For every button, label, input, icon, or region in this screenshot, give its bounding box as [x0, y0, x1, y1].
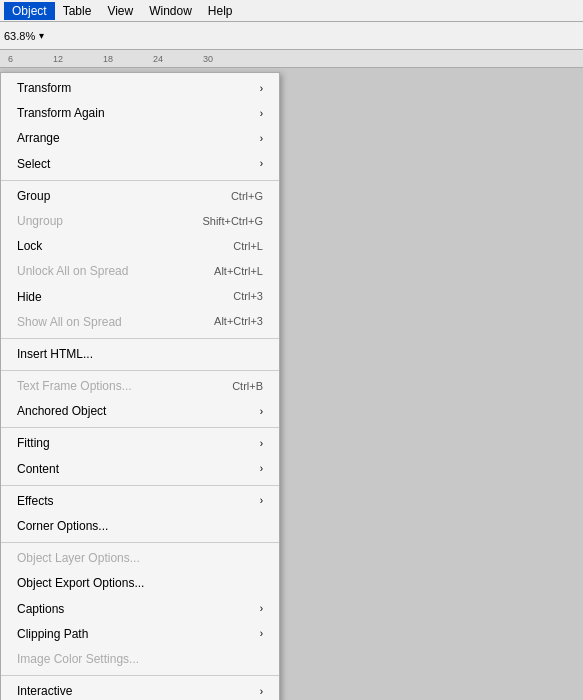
menubar: Object Table View Window Help: [0, 0, 583, 22]
menu-hide[interactable]: HideCtrl+3: [1, 285, 279, 310]
menu-unlock-all: Unlock All on SpreadAlt+Ctrl+L: [1, 259, 279, 284]
zoom-dropdown-icon[interactable]: ▾: [39, 30, 44, 41]
menubar-object[interactable]: Object: [4, 2, 55, 20]
ruler-horizontal: 612182430: [0, 50, 583, 68]
menu-insert-html[interactable]: Insert HTML...: [1, 342, 279, 367]
sep-3: [1, 370, 279, 371]
menu-anchored-object[interactable]: Anchored Object›: [1, 399, 279, 424]
menubar-view[interactable]: View: [99, 2, 141, 20]
sep-6: [1, 542, 279, 543]
menubar-table[interactable]: Table: [55, 2, 100, 20]
sep-5: [1, 485, 279, 486]
menu-interactive[interactable]: Interactive›: [1, 679, 279, 700]
menu-ungroup: UngroupShift+Ctrl+G: [1, 209, 279, 234]
menu-select[interactable]: Select›: [1, 152, 279, 177]
menubar-help[interactable]: Help: [200, 2, 241, 20]
sep-2: [1, 338, 279, 339]
menu-fitting[interactable]: Fitting›: [1, 431, 279, 456]
zoom-level: 63.8%: [4, 30, 35, 42]
menubar-window[interactable]: Window: [141, 2, 200, 20]
menu-text-frame-options: Text Frame Options...Ctrl+B: [1, 374, 279, 399]
sep-7: [1, 675, 279, 676]
menu-arrange[interactable]: Arrange›: [1, 126, 279, 151]
menu-effects[interactable]: Effects›: [1, 489, 279, 514]
menu-object-layer-options: Object Layer Options...: [1, 546, 279, 571]
menu-lock[interactable]: LockCtrl+L: [1, 234, 279, 259]
menu-object-export-options[interactable]: Object Export Options...: [1, 571, 279, 596]
sep-1: [1, 180, 279, 181]
toolbar: 63.8% ▾: [0, 22, 583, 50]
menu-corner-options[interactable]: Corner Options...: [1, 514, 279, 539]
menu-group[interactable]: GroupCtrl+G: [1, 184, 279, 209]
main-area: 612182430 The WindowsClub Transform› Tra…: [0, 50, 583, 700]
menu-show-all: Show All on SpreadAlt+Ctrl+3: [1, 310, 279, 335]
menu-transform[interactable]: Transform›: [1, 76, 279, 101]
menu-transform-again[interactable]: Transform Again›: [1, 101, 279, 126]
sep-4: [1, 427, 279, 428]
menu-content[interactable]: Content›: [1, 457, 279, 482]
menu-image-color-settings: Image Color Settings...: [1, 647, 279, 672]
menu-clipping-path[interactable]: Clipping Path›: [1, 622, 279, 647]
object-dropdown-menu: Transform› Transform Again› Arrange› Sel…: [0, 72, 280, 700]
menu-captions[interactable]: Captions›: [1, 597, 279, 622]
